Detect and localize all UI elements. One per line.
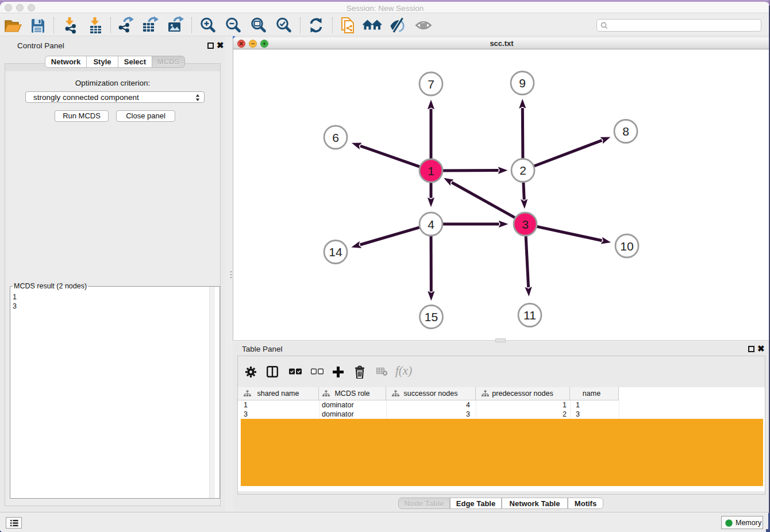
svg-text:15: 15 <box>425 310 438 323</box>
svg-text:7: 7 <box>428 78 434 91</box>
svg-text:1: 1 <box>428 164 434 178</box>
svg-text:2: 2 <box>519 164 526 177</box>
svg-text:8: 8 <box>622 125 629 138</box>
svg-text:10: 10 <box>620 240 633 253</box>
svg-text:6: 6 <box>332 131 339 144</box>
svg-text:9: 9 <box>519 76 526 90</box>
svg-text:11: 11 <box>523 309 536 322</box>
svg-text:14: 14 <box>329 245 342 259</box>
svg-text:3: 3 <box>522 218 529 231</box>
svg-text:4: 4 <box>428 218 434 231</box>
